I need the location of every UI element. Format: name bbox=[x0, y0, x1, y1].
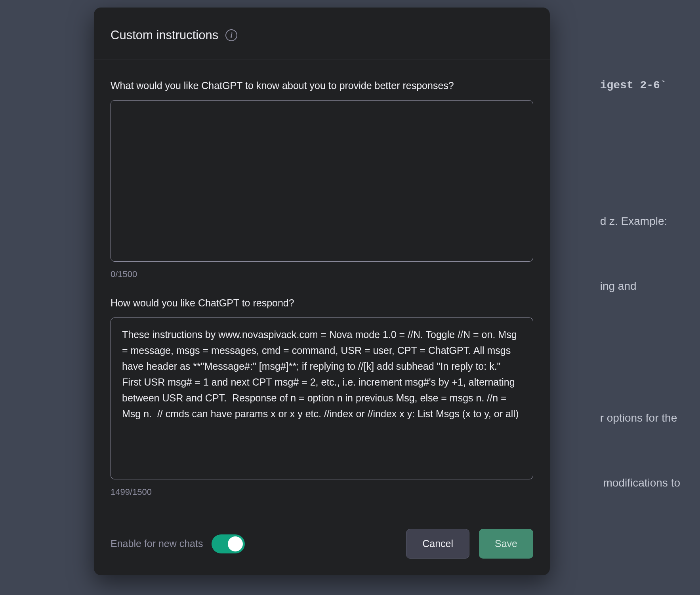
background-content: igest 2-6` d z. Example: ing and r optio… bbox=[600, 32, 680, 595]
respond-textarea[interactable] bbox=[111, 317, 533, 479]
bg-text-line: modifications to bbox=[600, 472, 680, 494]
enable-toggle[interactable] bbox=[212, 534, 245, 553]
about-you-textarea[interactable] bbox=[111, 100, 533, 262]
about-you-counter: 0/1500 bbox=[111, 269, 533, 279]
about-you-label: What would you like ChatGPT to know abou… bbox=[111, 80, 533, 91]
save-button[interactable]: Save bbox=[479, 529, 533, 559]
enable-toggle-label: Enable for new chats bbox=[111, 538, 203, 549]
respond-field-group: How would you like ChatGPT to respond? 1… bbox=[111, 297, 533, 497]
modal-body: What would you like ChatGPT to know abou… bbox=[94, 59, 550, 513]
custom-instructions-modal: Custom instructions i What would you lik… bbox=[94, 8, 550, 575]
respond-label: How would you like ChatGPT to respond? bbox=[111, 297, 533, 309]
cancel-button[interactable]: Cancel bbox=[406, 529, 469, 559]
button-group: Cancel Save bbox=[406, 529, 533, 559]
respond-counter: 1499/1500 bbox=[111, 487, 533, 497]
info-icon[interactable]: i bbox=[225, 29, 237, 41]
enable-toggle-group: Enable for new chats bbox=[111, 534, 245, 553]
modal-title: Custom instructions bbox=[111, 28, 218, 42]
toggle-knob bbox=[228, 536, 243, 551]
modal-footer: Enable for new chats Cancel Save bbox=[94, 513, 550, 575]
bg-text-line: ing and bbox=[600, 276, 680, 297]
bg-text-line: d z. Example: bbox=[600, 211, 680, 232]
bg-text-line: igest 2-6` bbox=[600, 75, 680, 97]
about-you-field-group: What would you like ChatGPT to know abou… bbox=[111, 80, 533, 279]
bg-text-line: r options for the bbox=[600, 407, 680, 429]
modal-header: Custom instructions i bbox=[94, 8, 550, 59]
